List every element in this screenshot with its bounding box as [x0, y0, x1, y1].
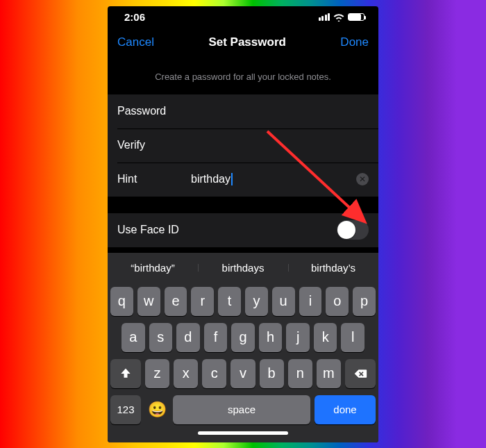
verify-label: Verify — [117, 139, 191, 151]
cellular-icon — [319, 13, 330, 21]
verify-input[interactable] — [191, 139, 369, 151]
wifi-icon — [333, 13, 344, 22]
keyboard: “birthday” birthdays birthday’s q w e r … — [108, 253, 378, 442]
faceid-row: Use Face ID — [108, 213, 378, 247]
space-key[interactable]: space — [173, 395, 310, 424]
verify-row[interactable]: Verify — [108, 128, 378, 163]
key-d[interactable]: d — [176, 323, 200, 352]
numbers-key[interactable]: 123 — [110, 395, 141, 424]
password-label: Password — [117, 105, 191, 117]
hint-label: Hint — [117, 173, 191, 185]
key-c[interactable]: c — [202, 359, 226, 388]
key-k[interactable]: k — [314, 323, 337, 352]
key-u[interactable]: u — [272, 287, 295, 316]
faceid-label: Use Face ID — [117, 224, 337, 236]
key-j[interactable]: j — [286, 323, 310, 352]
key-row-bottom: 123 😀 space done — [108, 392, 378, 429]
password-input[interactable] — [191, 105, 369, 117]
key-p[interactable]: p — [353, 287, 376, 316]
key-b[interactable]: b — [260, 359, 284, 388]
suggestion-0[interactable]: “birthday” — [108, 262, 198, 274]
status-icons — [319, 13, 365, 22]
key-t[interactable]: t — [218, 287, 241, 316]
key-x[interactable]: x — [174, 359, 198, 388]
backspace-key[interactable] — [345, 359, 376, 388]
key-e[interactable]: e — [165, 287, 187, 316]
password-group: Password Verify Hint birthday ✕ — [108, 94, 378, 197]
emoji-key[interactable]: 😀 — [145, 395, 169, 424]
password-row[interactable]: Password — [108, 94, 378, 128]
key-g[interactable]: g — [231, 323, 255, 352]
done-button[interactable]: Done — [340, 35, 369, 49]
key-z[interactable]: z — [145, 359, 169, 388]
key-r[interactable]: r — [191, 287, 214, 316]
key-v[interactable]: v — [231, 359, 255, 388]
battery-icon — [348, 13, 364, 21]
key-h[interactable]: h — [259, 323, 283, 352]
key-q[interactable]: q — [110, 287, 133, 316]
cancel-button[interactable]: Cancel — [117, 35, 154, 49]
nav-bar: Cancel Set Password Done — [108, 28, 378, 56]
key-m[interactable]: m — [317, 359, 341, 388]
key-row-3: z x c v b n m — [108, 356, 378, 392]
phone-screen: 2:06 Cancel Set Password Done Create a p… — [108, 6, 378, 442]
page-title: Set Password — [208, 35, 286, 49]
key-f[interactable]: f — [204, 323, 228, 352]
clear-text-icon[interactable]: ✕ — [356, 173, 369, 185]
key-o[interactable]: o — [326, 287, 349, 316]
keyboard-done-key[interactable]: done — [315, 395, 376, 424]
suggestion-bar: “birthday” birthdays birthday’s — [108, 253, 378, 283]
key-a[interactable]: a — [122, 323, 145, 352]
key-row-2: a s d f g h j k l — [108, 320, 378, 356]
shift-key[interactable] — [110, 359, 141, 388]
key-y[interactable]: y — [245, 287, 268, 316]
status-bar: 2:06 — [108, 6, 378, 28]
page-subtitle: Create a password for all your locked no… — [108, 56, 378, 94]
key-i[interactable]: i — [299, 287, 322, 316]
key-l[interactable]: l — [341, 323, 364, 352]
key-n[interactable]: n — [288, 359, 312, 388]
faceid-toggle[interactable] — [337, 220, 369, 240]
key-s[interactable]: s — [149, 323, 173, 352]
faceid-group: Use Face ID — [108, 213, 378, 247]
key-w[interactable]: w — [137, 287, 160, 316]
status-time: 2:06 — [124, 11, 145, 23]
hint-row[interactable]: Hint birthday ✕ — [108, 163, 378, 197]
suggestion-2[interactable]: birthday’s — [288, 262, 378, 274]
hint-input[interactable]: birthday — [191, 173, 233, 186]
key-row-1: q w e r t y u i o p — [108, 283, 378, 320]
suggestion-1[interactable]: birthdays — [198, 262, 288, 274]
home-indicator[interactable] — [108, 429, 378, 442]
